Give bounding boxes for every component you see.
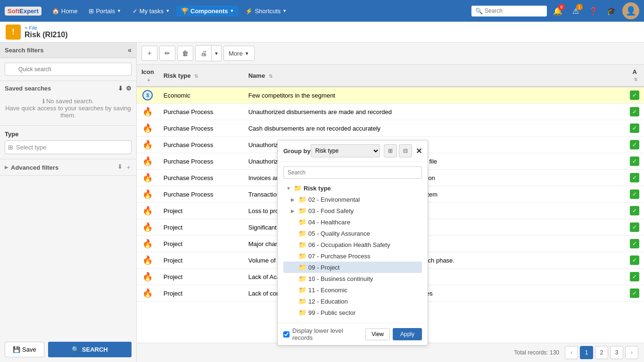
tree-item-09[interactable]: 📁 09 - Project (283, 262, 422, 273)
cell-risk-type: Project (159, 236, 244, 252)
check-icon: ✓ (630, 255, 639, 265)
orange-icon: 🔥 (142, 239, 153, 248)
download-adv-button[interactable]: ⬇ (117, 163, 123, 172)
save-button[interactable]: 💾 Save (5, 342, 44, 357)
download-saved-button[interactable]: ⬇ (118, 85, 123, 92)
cell-risk-type: Purchase Process (159, 186, 244, 203)
add-adv-button[interactable]: ＋ (125, 163, 132, 172)
edit-button[interactable]: ✏ (159, 46, 175, 61)
orange-icon: 🔥 (142, 272, 153, 281)
tree-item-06[interactable]: 📁 06 - Occupation Health Safety (283, 239, 422, 250)
logo[interactable]: SoftExpert (5, 7, 41, 16)
notifications-button[interactable]: 🔔 6 (551, 4, 565, 18)
more-button[interactable]: More ▼ (223, 46, 255, 61)
groupby-select[interactable]: Risk type (311, 144, 380, 157)
portals-chevron-icon: ▼ (117, 8, 121, 13)
graduation-icon[interactable]: 🎓 (604, 4, 619, 18)
orange-icon: 🔥 (142, 189, 153, 199)
col-risk-type[interactable]: Risk type ⇅ (159, 65, 244, 87)
page-2-button[interactable]: 2 (595, 346, 608, 359)
cell-risk-type: Purchase Process (159, 153, 244, 170)
page-3-button[interactable]: 3 (610, 346, 623, 359)
prev-page-button[interactable]: ‹ (565, 346, 578, 359)
alerts-button[interactable]: ⚠ 1 (569, 4, 583, 18)
col-icon[interactable]: Icon ▲ (137, 65, 159, 87)
tree-item-06-label: 06 - Occupation Health Safety (308, 241, 390, 248)
next-page-button[interactable]: › (625, 346, 638, 359)
collapse-filters-button[interactable]: « (128, 46, 132, 54)
tree-item-11-folder-icon: 📁 (298, 286, 306, 294)
cell-risk-type: Purchase Process (159, 137, 244, 153)
help-button[interactable]: ❓ (586, 4, 601, 18)
quick-search-input[interactable] (5, 63, 132, 76)
tree-item-12[interactable]: 📁 12 - Education (283, 296, 422, 307)
tree-item-10[interactable]: 📁 10 - Business continuity (283, 273, 422, 284)
global-search-box[interactable]: 🔍 (471, 6, 547, 16)
check-icon: ✓ (630, 189, 639, 199)
search-button[interactable]: 🔍 SEARCH (48, 342, 132, 357)
cell-a: ✓ (625, 269, 644, 285)
type-select-dropdown[interactable]: ⊞ Select type (5, 140, 132, 154)
tree-item-11[interactable]: 📁 11 - Economic (283, 284, 422, 296)
cell-name: Cash disbursements are not recorded accu… (244, 120, 625, 137)
tree-item-99[interactable]: 📁 99 - Public sector (283, 307, 422, 318)
print-button[interactable]: 🖨 (196, 46, 212, 61)
col-name[interactable]: Name ⇅ (244, 65, 625, 87)
tree-item-04[interactable]: 📁 04 - Healthcare (283, 216, 422, 228)
nav-portals[interactable]: ⊞ Portals ▼ (84, 6, 125, 16)
breadcrumb-file[interactable]: + File (25, 25, 68, 31)
tree-root-label: Risk type (304, 185, 331, 192)
tree-item-07[interactable]: 📁 07 - Purchase Process (283, 250, 422, 262)
page-1-button[interactable]: 1 (580, 346, 593, 359)
top-navigation: SoftExpert 🏠 Home ⊞ Portals ▼ ✓ My tasks… (0, 0, 644, 22)
cell-risk-type: Project (159, 269, 244, 285)
tree-item-99-label: 99 - Public sector (308, 309, 355, 316)
nav-components[interactable]: 🏆 Components ▼ (176, 6, 239, 16)
tree-search-input[interactable] (283, 166, 422, 179)
tree-item-02[interactable]: ▶ 📁 02 - Environmental (283, 194, 422, 205)
settings-saved-button[interactable]: ⚙ (126, 85, 132, 92)
tree-item-12-folder-icon: 📁 (298, 297, 306, 305)
popup-footer-buttons: View Apply (365, 328, 422, 340)
check-icon: ✓ (630, 239, 639, 248)
groupby-expand-all-button[interactable]: ⊞ (384, 144, 397, 157)
view-button[interactable]: View (365, 328, 390, 340)
apply-button[interactable]: Apply (393, 328, 422, 340)
no-saved-hint: Have quick access to your searches by sa… (5, 105, 131, 119)
groupby-collapse-all-button[interactable]: ⊟ (399, 144, 412, 157)
groupby-body: ▼ 📁 Risk type ▶ 📁 02 - Environmental ▶ 📁 (278, 162, 428, 323)
table-row[interactable]: $EconomicFew competitors in the segment✓ (137, 87, 644, 104)
tree-item-05[interactable]: 📁 05 - Quality Assurance (283, 228, 422, 239)
type-select-placeholder: Select type (16, 144, 46, 151)
icon-sort-icon: ▲ (146, 77, 151, 82)
cell-icon: 🔥 (137, 236, 159, 252)
cell-risk-type: Project (159, 219, 244, 236)
groupby-close-button[interactable]: ✕ (416, 147, 422, 156)
tree-item-09-folder-icon: 📁 (298, 263, 306, 271)
nav-my-tasks[interactable]: ✓ My tasks ▼ (128, 6, 174, 16)
nav-shortcuts[interactable]: ⚡ Shortcuts ▼ (240, 6, 291, 16)
cell-name: Unauthorized disbursements are made and … (244, 104, 625, 120)
breadcrumb-title: Risk (RI210) (25, 31, 68, 39)
advanced-filters-section[interactable]: ▶ Advanced filters ⬇ ＋ (0, 159, 136, 176)
col-a[interactable]: A ⇅ (625, 65, 644, 87)
table-row[interactable]: 🔥Purchase ProcessUnauthorized disburseme… (137, 104, 644, 120)
print-dropdown-button[interactable]: ▼ (212, 46, 221, 61)
tree-root-item[interactable]: ▼ 📁 Risk type (283, 182, 422, 194)
display-lower-label[interactable]: Display lower level records (283, 327, 362, 341)
tree-item-03[interactable]: ▶ 📁 03 - Food Safety (283, 205, 422, 216)
global-search-input[interactable] (485, 8, 543, 14)
cell-icon: $ (137, 87, 159, 104)
cell-a: ✓ (625, 186, 644, 203)
add-button[interactable]: ＋ (141, 46, 157, 61)
breadcrumb-text: + File Risk (RI210) (25, 25, 68, 39)
table-row[interactable]: 🔥Purchase ProcessCash disbursements are … (137, 120, 644, 137)
display-lower-checkbox[interactable] (283, 331, 289, 337)
tree-item-09-label: 09 - Project (308, 264, 339, 271)
a-sort-icon: ⇅ (634, 77, 637, 82)
user-avatar[interactable]: 👤 (622, 2, 639, 19)
orange-icon: 🔥 (142, 255, 153, 265)
nav-home[interactable]: 🏠 Home (47, 6, 83, 16)
delete-button[interactable]: 🗑 (177, 46, 193, 61)
cell-icon: 🔥 (137, 269, 159, 285)
